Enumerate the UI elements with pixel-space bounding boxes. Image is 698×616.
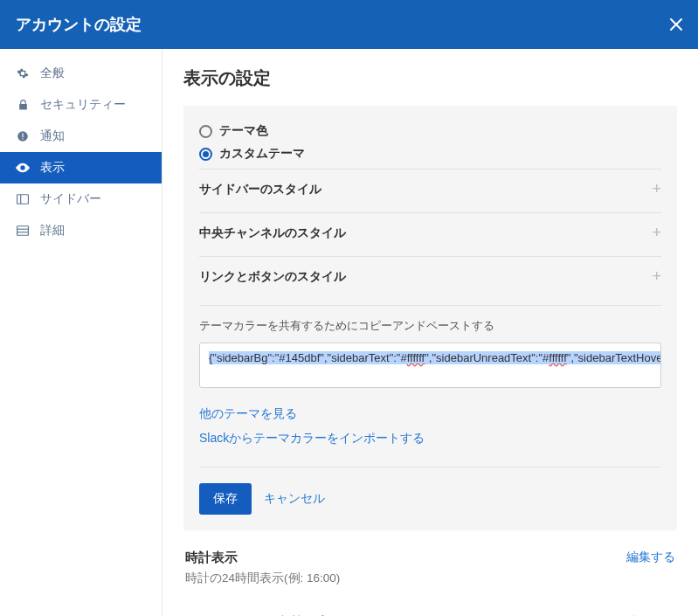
eye-icon [16,161,30,175]
plus-icon: + [652,267,661,286]
expander-sidebar-style[interactable]: サイドバーのスタイル + [199,169,661,209]
svg-rect-2 [22,138,23,139]
clock-title: 時計表示 [185,550,238,566]
sidebar-item-label: 詳細 [40,223,65,239]
list-icon [16,224,30,238]
plus-icon: + [652,224,661,242]
sidebar-item-general[interactable]: 全般 [0,58,162,89]
theme-radio-preset[interactable]: テーマ色 [199,120,661,142]
page-heading: 表示の設定 [183,66,677,90]
expander-label: 中央チャンネルのスタイル [199,225,346,241]
link-more-themes[interactable]: 他のテーマを見る [199,402,661,426]
theme-radio-custom[interactable]: カスタムテーマ [199,142,661,165]
expander-center-style[interactable]: 中央チャンネルのスタイル + [199,212,661,253]
radio-label: テーマ色 [219,123,268,139]
modal-header: アカウントの設定 [0,0,698,49]
radio-icon [199,148,212,161]
columns-icon [16,192,30,206]
cancel-button[interactable]: キャンセル [264,491,325,507]
link-import-slack[interactable]: Slackからテーマカラーをインポートする [199,426,661,451]
clock-setting: 時計表示 編集する 時計の24時間表示(例: 16:00) [183,546,677,595]
divider [199,467,661,467]
theme-json-textarea[interactable]: {"sidebarBg":"#145dbf","sidebarText":"#f… [199,343,661,388]
lock-icon [16,98,30,112]
radio-icon [199,125,212,138]
plus-icon: + [652,180,661,198]
gear-icon [16,66,30,80]
expander-label: サイドバーのスタイル [199,182,321,197]
sidebar-item-label: セキュリティー [40,97,126,113]
radio-label: カスタムテーマ [219,146,305,162]
copy-paste-label: テーマカラーを共有するためにコピーアンドペーストする [199,305,661,334]
save-button[interactable]: 保存 [199,483,252,515]
svg-rect-5 [17,226,29,236]
teammate-setting: チームメイトの名前の表示 編集する 氏名を表示する [183,611,677,616]
sidebar-item-label: サイドバー [40,191,101,207]
expander-link-style[interactable]: リンクとボタンのスタイル + [199,256,661,296]
svg-rect-1 [22,134,23,138]
settings-content: 表示の設定 テーマ色 カスタムテーマ サイドバーのスタイル + 中央チャンネルの… [162,49,698,616]
sidebar-item-advanced[interactable]: 詳細 [0,215,162,246]
sidebar-item-display[interactable]: 表示 [0,152,162,183]
theme-section: テーマ色 カスタムテーマ サイドバーのスタイル + 中央チャンネルのスタイル +… [183,106,677,530]
clock-edit-link[interactable]: 編集する [626,550,675,565]
sidebar-item-label: 表示 [40,160,65,176]
close-icon[interactable] [670,18,682,31]
svg-rect-3 [17,195,29,204]
sidebar-item-security[interactable]: セキュリティー [0,89,162,121]
settings-sidebar: 全般 セキュリティー 通知 表示 [0,49,162,616]
sidebar-item-notifications[interactable]: 通知 [0,121,162,152]
clock-desc: 時計の24時間表示(例: 16:00) [185,571,675,586]
sidebar-item-label: 通知 [40,128,65,144]
expander-label: リンクとボタンのスタイル [199,269,346,285]
sidebar-item-label: 全般 [40,66,65,81]
modal-title: アカウントの設定 [16,14,142,35]
bell-icon [16,129,30,143]
sidebar-item-sidebar[interactable]: サイドバー [0,183,162,215]
